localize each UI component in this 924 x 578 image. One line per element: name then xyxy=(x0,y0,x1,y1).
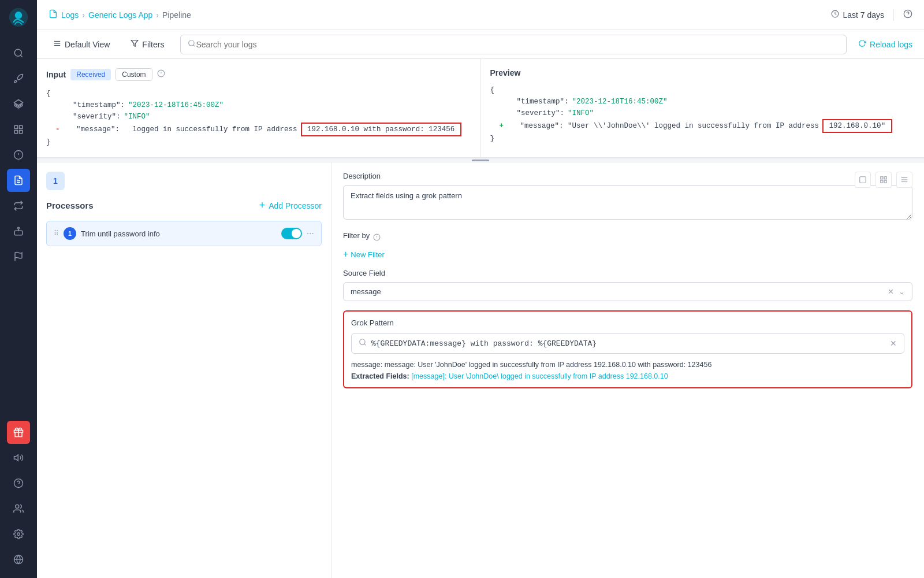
sidebar-item-transform[interactable] xyxy=(7,194,30,217)
preview-severity-val: "INFO" xyxy=(568,108,594,119)
sidebar-item-settings[interactable] xyxy=(7,523,30,546)
grok-pattern-section: Grok Pattern ✕ message: message: User 'J… xyxy=(343,310,912,388)
svg-point-37 xyxy=(189,40,194,45)
new-filter-button[interactable]: + New Filter xyxy=(343,249,385,260)
description-label: Description xyxy=(343,172,912,180)
grok-label: Grok Pattern xyxy=(351,318,904,327)
grok-clear-icon[interactable]: ✕ xyxy=(890,339,897,348)
input-line-close: } xyxy=(46,136,471,148)
svg-rect-8 xyxy=(20,131,23,134)
config-icon-grid[interactable] xyxy=(875,172,892,188)
preview-panel-header: Preview xyxy=(490,68,915,77)
sidebar-item-users[interactable] xyxy=(7,497,30,520)
processor-item-1[interactable]: ⠿ 1 Trim until password info ··· xyxy=(46,221,322,246)
preview-code-block: { "timestamp": "2023-12-18T16:45:00Z" "s… xyxy=(490,84,915,144)
input-panel-header: Input Received Custom xyxy=(46,68,471,81)
main-content: Logs › Generic Logs App › Pipeline Last … xyxy=(37,0,924,578)
processor-menu-icon[interactable]: ··· xyxy=(307,228,314,239)
preview-brace-open: { xyxy=(490,84,495,96)
preview-title: Preview xyxy=(490,68,521,77)
time-range-label: Last 7 days xyxy=(843,10,884,20)
drag-divider[interactable] xyxy=(37,158,924,162)
input-code-block: { "timestamp": "2023-12-18T16:45:00Z" "s… xyxy=(46,88,471,148)
input-preview-section: Input Received Custom { "timestamp": "20… xyxy=(37,59,924,158)
input-info-icon xyxy=(157,69,165,80)
sidebar-item-speaker[interactable] xyxy=(7,446,30,469)
breadcrumb-app[interactable]: Generic Logs App xyxy=(88,10,152,20)
config-icon-list[interactable] xyxy=(896,172,912,188)
breadcrumb-logs[interactable]: Logs xyxy=(61,10,79,20)
grok-input[interactable] xyxy=(371,339,885,348)
help-icon[interactable] xyxy=(903,9,912,21)
search-bar[interactable] xyxy=(180,35,847,54)
reload-button[interactable]: Reload logs xyxy=(858,39,912,49)
clear-icon[interactable]: ✕ xyxy=(888,287,894,296)
sidebar-item-help[interactable] xyxy=(7,472,30,495)
tab-received[interactable]: Received xyxy=(70,69,111,80)
config-icon-expand[interactable] xyxy=(855,172,871,188)
sidebar-item-search[interactable] xyxy=(7,42,30,65)
svg-rect-44 xyxy=(884,177,886,179)
sidebar-item-logs[interactable] xyxy=(7,169,30,192)
topbar: Logs › Generic Logs App › Pipeline Last … xyxy=(37,0,924,30)
sidebar-item-layers[interactable] xyxy=(7,92,30,116)
input-line-1: { xyxy=(46,88,471,99)
source-field-input[interactable]: message ✕ ⌄ xyxy=(343,282,912,301)
preview-line-close: } xyxy=(490,133,915,144)
sidebar-item-bot[interactable] xyxy=(7,220,30,243)
source-field-label: Source Field xyxy=(343,269,912,277)
sidebar-item-grid[interactable] xyxy=(7,118,30,141)
filters-label: Filters xyxy=(142,40,164,49)
filters-icon xyxy=(131,39,139,49)
input-severity-val: "INFO" xyxy=(124,111,150,123)
grok-input-wrap[interactable]: ✕ xyxy=(351,333,904,354)
sidebar-item-flag[interactable] xyxy=(7,245,30,268)
add-icon: + xyxy=(259,199,266,212)
tab-custom[interactable]: Custom xyxy=(116,68,152,81)
chevron-down-icon[interactable]: ⌄ xyxy=(899,287,905,296)
step-number: 1 xyxy=(46,172,65,190)
processor-toggle[interactable] xyxy=(281,228,302,239)
preview-plus: + xyxy=(500,120,504,132)
svg-rect-46 xyxy=(884,180,886,183)
input-line-message: - "message": logged in successfully from… xyxy=(46,123,471,136)
sidebar-item-alert[interactable] xyxy=(7,143,30,166)
time-range[interactable]: Last 7 days xyxy=(831,10,884,20)
svg-rect-7 xyxy=(14,131,17,134)
breadcrumb-current: Pipeline xyxy=(162,10,191,20)
search-input[interactable] xyxy=(196,40,839,49)
processor-drag-icon: ⠿ xyxy=(54,229,59,238)
preview-line-timestamp: "timestamp": "2023-12-18T16:45:00Z" xyxy=(490,96,915,108)
sidebar-item-globe[interactable] xyxy=(7,548,30,571)
preview-highlight: 192.168.0.10" xyxy=(822,119,892,133)
preview-line-message: + "message": "User \\'JohnDoe\\' logged … xyxy=(490,119,915,133)
sidebar-item-rocket[interactable] xyxy=(7,67,30,90)
input-brace-open: { xyxy=(46,88,51,99)
sidebar-item-gift[interactable] xyxy=(7,421,30,444)
topbar-right: Last 7 days xyxy=(831,9,912,21)
bottom-section: 1 Processors + Add Processor ⠿ 1 Trim un… xyxy=(37,162,924,578)
config-icons xyxy=(855,172,912,188)
reload-icon xyxy=(858,39,866,49)
svg-point-26 xyxy=(16,505,19,508)
svg-rect-5 xyxy=(14,125,17,128)
source-field-value: message xyxy=(351,287,381,296)
input-line-timestamp: "timestamp": "2023-12-18T16:45:00Z" xyxy=(46,99,471,111)
description-textarea[interactable]: Extract fields using a grok pattern xyxy=(343,185,912,220)
grok-message: message: message: User 'JohnDoe' logged … xyxy=(351,361,904,369)
default-view-icon xyxy=(53,39,61,49)
preview-brace-close: } xyxy=(490,133,495,144)
svg-point-53 xyxy=(360,339,365,344)
svg-rect-43 xyxy=(881,177,883,179)
input-panel: Input Received Custom { "timestamp": "20… xyxy=(37,59,481,157)
add-processor-button[interactable]: + Add Processor xyxy=(259,199,322,212)
default-view-button[interactable]: Default View xyxy=(49,37,114,51)
time-icon xyxy=(831,10,839,20)
drag-handle xyxy=(472,160,489,161)
app-logo[interactable] xyxy=(7,6,30,29)
new-filter-label: New Filter xyxy=(351,250,385,259)
toolbar: Default View Filters Reload logs xyxy=(37,30,924,59)
svg-rect-42 xyxy=(860,177,866,183)
filters-button[interactable]: Filters xyxy=(126,37,169,51)
breadcrumb-sep2: › xyxy=(156,10,159,20)
